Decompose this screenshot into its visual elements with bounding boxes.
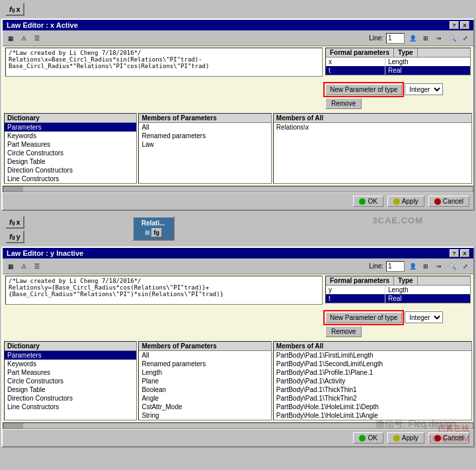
ok-btn-y[interactable]: OK [353,432,383,444]
law-editor-y-help-btn[interactable]: ? [450,249,459,257]
law-editor-y-close-btn[interactable]: X [460,249,469,257]
members-all-item-x-0[interactable]: Relations\x [274,123,471,132]
formula-text-y[interactable]: /*Law created by Li Cheng 7/18/2016*/ Re… [5,276,323,305]
line-input-1[interactable] [386,33,405,44]
new-param-row-y: New Parameter of type Integer Real Lengt… [325,311,471,323]
ok-dot-x [359,198,366,205]
top-label-fg-x: f g x [5,3,24,16]
arrow-icon-y[interactable]: ⇒ [434,261,444,272]
dictionary-row-y: Dictionary Parameters Keywords Part Meas… [3,340,473,422]
dict-item-y-1[interactable]: Keywords [5,360,136,368]
params-row-y-0[interactable]: y Length [326,286,470,294]
members-params-header-x: Members of Parameters [139,114,270,123]
person-icon-y[interactable]: 👤 [407,261,418,272]
cancel-btn-x[interactable]: Cancel [428,196,469,207]
members-params-item-y-7[interactable]: String [139,411,270,420]
new-param-btn-x[interactable]: New Parameter of type [325,84,402,95]
new-param-btn-y[interactable]: New Parameter of type [325,312,402,323]
dict-item-y-5[interactable]: Direction Constructors [5,394,136,403]
bottom-buttons-y: OK Apply Cancel [3,430,473,446]
params-row-x-0[interactable]: x Length [326,58,470,66]
law-editor-x-main: /*Law created by Li Cheng 7/18/2016*/ Re… [3,46,473,112]
remove-btn-x[interactable]: Remove [325,98,362,109]
expand-icon-y[interactable]: ⤢ [460,261,471,272]
members-params-item-y-6[interactable]: CstAttr_Mode [139,403,270,411]
ok-btn-x[interactable]: OK [353,196,383,207]
dict-item-x-1[interactable]: Keywords [5,132,136,140]
dict-item-x-6[interactable]: Line Constructors [5,175,136,183]
members-params-item-x-1[interactable]: Renamed parameters [139,132,270,140]
members-params-item-x-0[interactable]: All [139,123,270,132]
cancel-btn-y[interactable]: Cancel [428,432,469,444]
cancel-dot-y [434,435,441,442]
type-select-y[interactable]: Integer Real Length [405,311,443,323]
members-all-item-y-3[interactable]: PartBody\Pad.1\Activity [274,377,471,385]
dict-item-y-0[interactable]: Parameters [5,351,136,360]
line-input-y[interactable] [386,261,405,272]
dict-item-x-4[interactable]: Design Table [5,157,136,166]
members-all-item-y-2[interactable]: PartBody\Pad.1\Profile.1\Plane.1 [274,368,471,377]
grid2-icon-y[interactable]: ⊞ [420,261,431,272]
scrollbar-y[interactable] [3,422,473,429]
members-params-item-y-5[interactable]: Angle [139,394,270,403]
members-all-item-y-1[interactable]: PartBody\Pad.1\SecondLimit\Length [274,360,471,368]
ok-dot-y [359,435,366,442]
magnify-icon-y[interactable]: 🔍 [447,261,457,272]
params-row-y-1[interactable]: t Real [326,294,470,303]
members-all-item-y-4[interactable]: PartBody\Pad.1\ThickThin1 [274,385,471,394]
grid-icon-y[interactable]: ▦ [5,261,16,272]
members-all-item-y-5[interactable]: PartBody\Pad.1\ThickThin2 [274,394,471,403]
remove-btn-y[interactable]: Remove [325,326,362,337]
dict-item-y-6[interactable]: Line Constructors [5,403,136,411]
members-params-header-y: Members of Parameters [139,342,270,351]
type-select-x[interactable]: Integer Real Length [405,83,443,95]
law-editor-x-title: Law Editor : x Active [7,21,78,29]
middle-label-fg-x: f g x [5,215,24,229]
members-params-item-y-2[interactable]: Length [139,368,270,377]
fg-icon: fg [151,228,163,237]
members-all-item-y-7[interactable]: PartBody\Hole.1\HoleLimit.1\Angle [274,411,471,420]
alert-icon-y[interactable]: ⚠ [19,261,29,272]
law-editor-y-title: Law Editor : y Inactive [7,249,83,257]
scrollbar-x[interactable] [3,186,473,192]
dictionary-row-x: Dictionary Parameters Keywords Part Meas… [3,112,473,185]
members-all-item-y-0[interactable]: PartBody\Pad.1\FirstLimit\Length [274,351,471,360]
formal-params-box-y: Formal parameters Type y Length t Real [325,276,471,303]
arrow-icon-1[interactable]: ⇒ [434,33,444,44]
bottom-buttons-x: OK Apply Cancel [3,193,473,210]
dict-item-y-3[interactable]: Circle Constructors [5,377,136,385]
params-header-y: Formal parameters Type [326,276,470,286]
members-params-item-x-2[interactable]: Law [139,140,270,149]
list-icon[interactable]: ☰ [32,33,42,44]
formal-params-y: Formal parameters Type y Length t Real N… [325,276,471,338]
dictionary-header-y: Dictionary [5,342,136,351]
apply-btn-y[interactable]: Apply [387,432,424,444]
params-row-x-1[interactable]: t Real [326,66,470,75]
formula-text-x[interactable]: /*Law created by Li Cheng 7/18/2016*/ Re… [5,48,323,77]
grid2-icon-1[interactable]: ⊞ [420,33,431,44]
dict-item-x-3[interactable]: Circle Constructors [5,149,136,157]
dict-item-y-2[interactable]: Part Measures [5,368,136,377]
members-params-item-y-1[interactable]: Renamed parameters [139,360,270,368]
dict-item-y-4[interactable]: Design Table [5,385,136,394]
dict-item-x-5[interactable]: Direction Constructors [5,166,136,175]
apply-dot-y [393,435,400,442]
members-params-item-y-0[interactable]: All [139,351,270,360]
magnify-icon-1[interactable]: 🔍 [447,33,457,44]
law-editor-x-help-btn[interactable]: ? [450,21,459,29]
law-editor-y-toolbar: ▦ ⚠ ☰ Line: 👤 ⊞ ⇒ 🔍 ⤢ [3,258,473,274]
members-params-item-y-3[interactable]: Plane [139,377,270,385]
person-icon-1[interactable]: 👤 [407,33,418,44]
grid-icon[interactable]: ▦ [5,33,16,44]
members-all-item-y-6[interactable]: PartBody\Hole.1\HoleLimit.1\Depth [274,403,471,411]
law-editor-y-title-bar: Law Editor : y Inactive ? X [3,248,473,258]
expand-icon-1[interactable]: ⤢ [460,33,471,44]
alert-icon[interactable]: ⚠ [19,33,29,44]
dict-item-x-2[interactable]: Part Measures [5,140,136,149]
law-editor-x-close-btn[interactable]: X [460,21,469,29]
list-icon-y[interactable]: ☰ [32,261,42,272]
relati-icon-box[interactable]: Relati... ⊞ fg [132,216,175,241]
apply-btn-x[interactable]: Apply [387,196,424,207]
dict-item-x-0[interactable]: Parameters [5,123,136,132]
members-params-item-y-4[interactable]: Boolean [139,385,270,394]
